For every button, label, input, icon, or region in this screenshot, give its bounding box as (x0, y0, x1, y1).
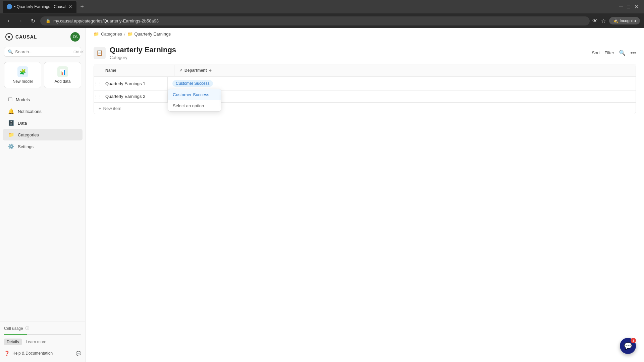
sidebar-item-settings[interactable]: ⚙️ Settings (3, 141, 83, 152)
dropdown-option-customer-success[interactable]: Customer Success (168, 89, 221, 100)
drag-handle-2[interactable]: ⋮⋮ (94, 90, 101, 102)
settings-icon: ⚙️ (8, 143, 14, 149)
categories-label: Categories (18, 132, 39, 137)
tab-close-button[interactable]: ✕ (68, 4, 72, 9)
drag-handle-1[interactable]: ⋮⋮ (94, 77, 101, 90)
dropdown-option-select[interactable]: Select an option (168, 100, 221, 111)
forward-button[interactable]: › (16, 18, 25, 24)
row-2-name[interactable]: Quarterly Earnings 2 (101, 90, 168, 102)
address-bar: ‹ › ↻ 🔒 my.causal.app/categories/Quarter… (0, 13, 644, 28)
filter-button[interactable]: Filter (604, 50, 614, 55)
sidebar-item-categories[interactable]: 📁 Categories (3, 129, 83, 140)
row-2-dept[interactable] (168, 90, 636, 102)
breadcrumb-current-icon: 📁 (127, 32, 133, 37)
main-content: 📁 Categories / 📁 Quarterly Earnings 📋 Qu… (86, 28, 644, 362)
breadcrumb: 📁 Categories / 📁 Quarterly Earnings (86, 28, 644, 40)
logo-text: CAUSAL (15, 34, 37, 40)
add-data-button[interactable]: 📊 Add data (44, 62, 81, 88)
category-page-icon: 📋 (94, 47, 106, 59)
active-tab[interactable]: • Quarterly Earnings - Causal ✕ (3, 1, 76, 13)
department-column-header: ↗ Department + (174, 64, 636, 76)
search-icon: 🔍 (8, 49, 13, 54)
search-button[interactable]: 🔍 (619, 50, 626, 56)
back-button[interactable]: ‹ (4, 18, 13, 24)
footer-tab-learn-more[interactable]: Learn more (23, 339, 49, 345)
select-option-label: Select an option (173, 103, 204, 108)
data-label: Data (18, 121, 27, 126)
chat-icon: 💬 (76, 351, 81, 356)
usage-bar (4, 334, 81, 335)
url-box[interactable]: 🔒 my.causal.app/categories/Quarterly-Ear… (40, 16, 590, 25)
help-label: Help & Documentation (12, 351, 53, 356)
models-icon: ☐ (8, 97, 12, 103)
refresh-button[interactable]: ↻ (28, 18, 38, 24)
logo-circle (5, 33, 13, 41)
categories-breadcrumb-icon: 📁 (94, 32, 99, 37)
logo-dot (8, 36, 10, 38)
bookmark-icon[interactable]: ☆ (601, 18, 606, 24)
help-icon: ❓ (4, 351, 10, 356)
cell-usage-label: Cell usage (4, 326, 23, 331)
table-header: Name ↗ Department + (94, 64, 636, 77)
add-data-icon: 📊 (57, 66, 68, 77)
breadcrumb-current: 📁 Quarterly Earnings (127, 32, 171, 37)
page-subtitle: Category (110, 55, 176, 60)
search-bar[interactable]: 🔍 Ctrl+K (4, 47, 81, 57)
tab-title: • Quarterly Earnings - Causal (14, 4, 66, 9)
page-title: Quarterly Earnings (110, 46, 176, 54)
address-bar-right: 👁 ☆ 🕵️ Incognito (592, 17, 640, 24)
customer-success-tag[interactable]: Customer Success (172, 80, 213, 87)
sort-button[interactable]: Sort (592, 50, 600, 55)
sidebar-nav: ☐ Models 🔔 Notifications 🗄️ Data 📁 Categ… (0, 91, 85, 321)
causal-logo: CAUSAL (5, 33, 37, 41)
browser-chrome: • Quarterly Earnings - Causal ✕ + ─ □ ✕ … (0, 0, 644, 28)
sidebar-footer: Cell usage ⓘ Details Learn more ❓ Help &… (0, 321, 85, 362)
help-row[interactable]: ❓ Help & Documentation 💬 (4, 349, 81, 358)
department-col-label: Department (184, 68, 207, 73)
usage-fill (4, 334, 27, 335)
page-header-left: 📋 Quarterly Earnings Category (94, 46, 176, 60)
page-title-group: Quarterly Earnings Category (110, 46, 176, 60)
app-container: CAUSAL ES 🔍 Ctrl+K 🧩 New model 📊 Add dat… (0, 28, 644, 362)
incognito-button[interactable]: 🕵️ Incognito (609, 17, 640, 24)
tab-bar-left: • Quarterly Earnings - Causal ✕ + (3, 1, 87, 13)
avatar[interactable]: ES (70, 32, 80, 42)
settings-label: Settings (18, 144, 34, 149)
sidebar-item-models[interactable]: ☐ Models (3, 94, 83, 105)
new-model-label: New model (12, 79, 33, 84)
dept-dropdown-popup: Customer Success Select an option ↗ (168, 89, 221, 112)
name-column-header: Name (101, 65, 174, 76)
maximize-button[interactable]: □ (627, 4, 630, 10)
incognito-icon: 🕵️ (613, 18, 618, 23)
incognito-label: Incognito (620, 18, 636, 23)
close-button[interactable]: ✕ (634, 4, 639, 10)
add-column-button[interactable]: + (209, 68, 212, 73)
breadcrumb-categories[interactable]: Categories (101, 32, 122, 37)
minimize-button[interactable]: ─ (619, 4, 623, 10)
search-input[interactable] (15, 49, 71, 54)
table-area: Name ↗ Department + ⋮⋮ Quarterly Earning… (86, 64, 644, 362)
quick-actions: 🧩 New model 📊 Add data (0, 59, 85, 91)
new-tab-button[interactable]: + (78, 2, 87, 12)
sidebar-item-notifications[interactable]: 🔔 Notifications (3, 106, 83, 117)
sidebar: CAUSAL ES 🔍 Ctrl+K 🧩 New model 📊 Add dat… (0, 28, 86, 362)
more-options-button[interactable]: ••• (630, 50, 636, 56)
row-1-dept[interactable]: Customer Success Customer Success Select… (168, 77, 636, 90)
eye-off-icon[interactable]: 👁 (592, 18, 598, 24)
new-model-icon: 🧩 (17, 66, 28, 77)
page-header: 📋 Quarterly Earnings Category Sort Filte… (86, 40, 644, 64)
window-controls: ─ □ ✕ (619, 4, 641, 10)
info-icon: ⓘ (25, 325, 29, 331)
customer-success-option: Customer Success (173, 92, 209, 97)
data-icon: 🗄️ (8, 120, 14, 126)
categories-icon: 📁 (8, 132, 14, 138)
notifications-label: Notifications (18, 109, 42, 114)
new-model-button[interactable]: 🧩 New model (4, 62, 41, 88)
footer-tab-details[interactable]: Details (4, 339, 22, 345)
tab-bar: • Quarterly Earnings - Causal ✕ + ─ □ ✕ (0, 0, 644, 13)
chat-fab-button[interactable]: 💬 1 (620, 338, 636, 354)
sidebar-header: CAUSAL ES (0, 28, 85, 46)
sidebar-item-data[interactable]: 🗄️ Data (3, 117, 83, 129)
row-1-name[interactable]: Quarterly Earnings 1 (101, 77, 168, 90)
url-text: my.causal.app/categories/Quarterly-Earni… (53, 18, 584, 23)
